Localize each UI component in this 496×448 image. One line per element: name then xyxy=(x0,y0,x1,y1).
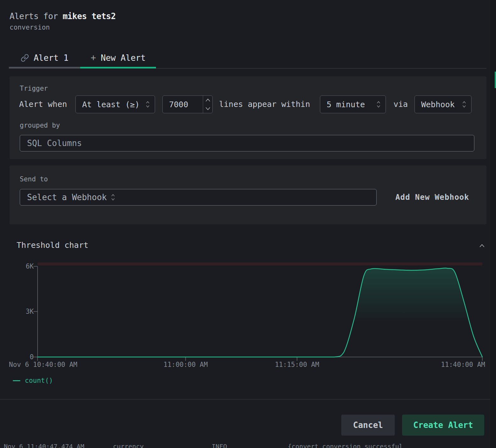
page-subtitle: conversion xyxy=(10,24,50,31)
y-tick-label-3k: 3K xyxy=(8,307,34,316)
cancel-button[interactable]: Cancel xyxy=(341,415,395,436)
alert-when-text: Alert when xyxy=(19,95,67,113)
legend-label: count() xyxy=(25,377,53,384)
threshold-zone xyxy=(38,262,482,265)
channel-select[interactable]: Webhook xyxy=(415,95,471,113)
tab-alert-1-label: Alert 1 xyxy=(34,53,69,63)
link-icon xyxy=(21,54,29,62)
time-window-value: 5 minute xyxy=(327,100,372,109)
y-tick-label-0: 0 xyxy=(8,353,34,361)
spinner-up-button[interactable] xyxy=(203,96,212,104)
chevron-up-down-icon xyxy=(462,100,467,108)
legend-item-count[interactable]: count() xyxy=(13,377,53,384)
spinner-down-button[interactable] xyxy=(203,104,212,113)
chevron-up-down-icon xyxy=(145,100,150,108)
page-title-source-name: mikes tets2 xyxy=(63,11,116,21)
x-tick-label-1115: 11:15:00 AM xyxy=(275,361,319,368)
via-text: via xyxy=(393,95,408,113)
chevron-up-down-icon xyxy=(376,100,381,108)
chevron-up-icon xyxy=(478,242,485,249)
webhook-select-placeholder: Select a Webhook xyxy=(27,192,107,202)
background-log-row: Nov 6 11:40:47.474 AM currency INFO {con… xyxy=(0,443,490,448)
threshold-chart-title: Threshold chart xyxy=(17,241,89,250)
chevron-up-down-icon xyxy=(110,193,116,201)
create-alert-button[interactable]: Create Alert xyxy=(402,415,484,436)
condition-select-value: At least (≥) xyxy=(82,100,141,109)
alert-tabs: Alert 1 + New Alert xyxy=(9,48,486,69)
log-timestamp: Nov 6 11:40:47.474 AM xyxy=(4,443,84,448)
condition-select[interactable]: At least (≥) xyxy=(75,95,155,113)
tab-new-alert-underline xyxy=(80,67,156,68)
threshold-spinner xyxy=(203,96,212,113)
x-tick-label-1100: 11:00:00 AM xyxy=(163,361,208,368)
trigger-panel: Trigger Alert when At least (≥) lines ap… xyxy=(10,76,486,159)
grouped-by-label: grouped by xyxy=(20,122,60,129)
threshold-input-group xyxy=(162,95,213,113)
channel-select-value: Webhook xyxy=(421,100,458,109)
x-tick-label-1140: 11:40:00 AM xyxy=(441,361,485,368)
webhook-select[interactable]: Select a Webhook xyxy=(20,189,377,206)
send-to-label: Send to xyxy=(20,175,48,183)
chevron-down-icon xyxy=(206,107,210,110)
threshold-input[interactable] xyxy=(163,96,203,113)
legend-line-swatch xyxy=(13,380,20,381)
log-service: currency xyxy=(113,443,144,448)
lines-appear-text: lines appear within xyxy=(219,95,310,113)
footer-divider xyxy=(0,399,490,400)
time-window-select[interactable]: 5 minute xyxy=(320,95,386,113)
send-to-panel: Send to Select a Webhook Add New Webhook xyxy=(10,165,486,224)
trigger-label: Trigger xyxy=(20,85,48,92)
series-area xyxy=(38,268,482,357)
series-line xyxy=(38,268,482,357)
log-level: INFO xyxy=(212,443,227,448)
group-by-input[interactable] xyxy=(20,135,474,151)
y-tick-label-6k: 6K xyxy=(8,262,34,270)
page-title: Alerts for mikes tets2 xyxy=(10,11,116,21)
background-green-button-sliver xyxy=(495,72,496,88)
tab-alert-1-underline xyxy=(9,67,80,68)
log-message: {convert conversion successful xyxy=(288,443,403,448)
tab-new-alert[interactable]: + New Alert xyxy=(80,48,156,68)
page-title-prefix: Alerts for xyxy=(10,11,63,21)
tab-alert-1[interactable]: Alert 1 xyxy=(9,48,80,68)
x-tick-label-1040: Nov 6 10:40:00 AM xyxy=(9,361,77,368)
chevron-up-icon xyxy=(206,99,210,102)
tab-new-alert-label: New Alert xyxy=(101,53,145,63)
plus-icon: + xyxy=(91,53,96,62)
collapse-chart-button[interactable] xyxy=(477,241,487,251)
background-page-strip xyxy=(490,0,496,448)
add-new-webhook-button[interactable]: Add New Webhook xyxy=(395,189,469,206)
